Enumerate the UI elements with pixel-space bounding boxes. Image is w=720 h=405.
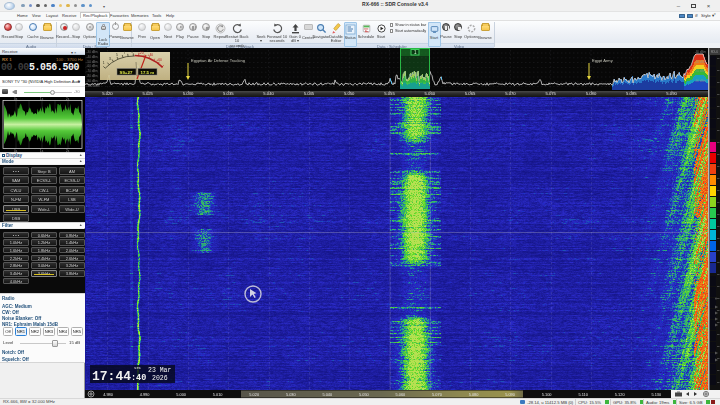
svg-text:0s: 0s xyxy=(14,97,18,101)
svg-text:1s: 1s xyxy=(40,97,44,101)
svg-text:2s: 2s xyxy=(66,97,70,101)
